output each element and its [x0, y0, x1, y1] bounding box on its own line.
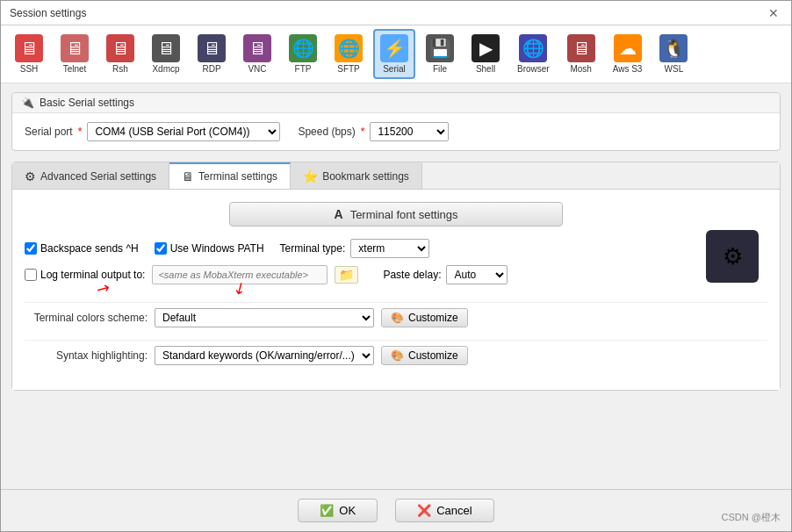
speed-group: Speed (bps) * 96001920038400576001152002… [298, 122, 449, 141]
checkbox-row-1: Backspace sends ^H Use Windows PATH Term… [25, 239, 767, 258]
log-output-checkbox-label[interactable]: Log terminal output to: [25, 269, 145, 281]
browser-label: Browser [517, 64, 550, 74]
file-label: File [433, 64, 447, 74]
paste-delay-group: Paste delay: AutoNoneShortMediumLong [383, 265, 508, 284]
font-icon: A [335, 207, 343, 221]
rdp-icon: 🖥 [198, 34, 226, 62]
tab-content: A Terminal font settings Backspace sends… [12, 190, 780, 390]
toolbar-item-sftp[interactable]: 🌐 SFTP [328, 29, 370, 79]
cancel-icon: ❌ [417, 504, 431, 517]
folder-button[interactable]: 📁 [335, 266, 358, 284]
basic-serial-body: Serial port * COM4 (USB Serial Port (COM… [12, 113, 780, 150]
tabs-section: ⚙Advanced Serial settings🖥Terminal setti… [11, 162, 781, 391]
awss3-label: Aws S3 [613, 64, 643, 74]
colors-scheme-select[interactable]: DefaultDarkLightSolarized [155, 308, 374, 327]
awss3-icon: ☁ [614, 34, 642, 62]
windows-path-checkbox[interactable] [155, 242, 167, 255]
sftp-icon: 🌐 [335, 34, 363, 62]
basic-serial-icon: 🔌 [21, 97, 34, 109]
windows-path-checkbox-label[interactable]: Use Windows PATH [155, 242, 264, 255]
gear-box: ⚙ [706, 230, 759, 283]
sftp-label: SFTP [337, 64, 360, 74]
bottom-bar: ✅ OK ❌ Cancel [1, 489, 791, 531]
tab-advanced[interactable]: ⚙Advanced Serial settings [12, 162, 169, 189]
customize-button-1[interactable]: 🎨 Customize [381, 308, 468, 327]
toolbar-item-wsl[interactable]: 🐧 WSL [652, 29, 695, 79]
speed-select[interactable]: 9600192003840057600115200230400 [370, 122, 449, 141]
basic-serial-box: 🔌 Basic Serial settings Serial port * CO… [11, 92, 781, 151]
syntax-label: Syntax highlighting: [25, 349, 148, 362]
backspace-checkbox-label[interactable]: Backspace sends ^H [25, 242, 139, 255]
toolbar-item-file[interactable]: 💾 File [419, 29, 461, 79]
toolbar-item-serial[interactable]: ⚡ Serial [373, 29, 415, 79]
speed-label: Speed (bps) [298, 126, 355, 138]
terminal-type-group: Terminal type: xtermvt100vt220linuxrxvt [280, 239, 430, 258]
toolbar-item-awss3[interactable]: ☁ Aws S3 [606, 29, 650, 79]
customize-label-2: Customize [408, 349, 458, 362]
file-icon: 💾 [426, 34, 454, 62]
xdmcp-icon: 🖥 [152, 34, 180, 62]
bookmark-tab-label: Bookmark settings [322, 170, 409, 183]
serial-port-label: Serial port [25, 126, 73, 138]
ftp-icon: 🌐 [289, 34, 317, 62]
backspace-checkbox[interactable] [25, 242, 37, 255]
serial-port-select[interactable]: COM4 (USB Serial Port (COM4))COM1COM2COM… [87, 122, 280, 141]
toolbar-item-mosh[interactable]: 🖥 Mosh [560, 29, 602, 79]
toolbar-item-ftp[interactable]: 🌐 FTP [282, 29, 324, 79]
toolbar-item-rsh[interactable]: 🖥 Rsh [99, 29, 141, 79]
session-settings-window: Session settings ✕ 🖥 SSH 🖥 Telnet 🖥 Rsh … [0, 0, 792, 532]
main-content: 🔌 Basic Serial settings Serial port * CO… [1, 83, 791, 489]
toolbar-item-vnc[interactable]: 🖥 VNC [236, 29, 278, 79]
ftp-label: FTP [295, 64, 312, 74]
cancel-button[interactable]: ❌ Cancel [395, 499, 493, 522]
tab-terminal[interactable]: 🖥Terminal settings [169, 162, 291, 189]
customize-label-1: Customize [408, 312, 458, 324]
toolbar-item-shell[interactable]: ▶ Shell [464, 29, 507, 79]
mosh-icon: 🖥 [567, 34, 595, 62]
icon-toolbar: 🖥 SSH 🖥 Telnet 🖥 Rsh 🖥 Xdmcp 🖥 RDP 🖥 VNC… [1, 25, 791, 83]
serial-port-star: * [78, 126, 83, 138]
ok-label: OK [339, 504, 356, 517]
customize-icon-1: 🎨 [391, 312, 404, 324]
toolbar-item-rdp[interactable]: 🖥 RDP [191, 29, 233, 79]
gear-icon: ⚙ [723, 243, 743, 270]
colors-scheme-label: Terminal colors scheme: [25, 312, 148, 324]
serial-label: Serial [383, 64, 406, 74]
wsl-icon: 🐧 [659, 34, 688, 62]
log-output-checkbox[interactable] [25, 269, 37, 281]
vnc-icon: 🖥 [243, 34, 271, 62]
terminal-type-select[interactable]: xtermvt100vt220linuxrxvt [350, 239, 429, 258]
close-button[interactable]: ✕ [765, 6, 782, 20]
backspace-label: Backspace sends ^H [40, 242, 139, 255]
colors-scheme-row: Terminal colors scheme: DefaultDarkLight… [25, 302, 767, 333]
basic-serial-header: 🔌 Basic Serial settings [12, 93, 780, 113]
terminal-tab-label: Terminal settings [198, 170, 277, 183]
advanced-tab-label: Advanced Serial settings [40, 170, 156, 183]
advanced-tab-icon: ⚙ [25, 169, 36, 183]
font-settings-button[interactable]: A Terminal font settings [229, 202, 563, 226]
syntax-select[interactable]: Standard keywords (OK/warning/error/...)… [155, 346, 374, 365]
font-settings-label: Terminal font settings [350, 208, 458, 221]
bookmark-tab-icon: ⭐ [303, 169, 318, 183]
toolbar-item-ssh[interactable]: 🖥 SSH [8, 29, 50, 79]
shell-label: Shell [476, 64, 495, 74]
customize-button-2[interactable]: 🎨 Customize [381, 346, 468, 365]
tab-bookmark[interactable]: ⭐Bookmark settings [291, 162, 422, 189]
ok-button[interactable]: ✅ OK [298, 499, 378, 522]
terminal-tab-icon: 🖥 [182, 169, 194, 183]
toolbar-item-xdmcp[interactable]: 🖥 Xdmcp [145, 29, 187, 79]
font-settings-btn-container: A Terminal font settings [25, 202, 767, 226]
paste-delay-label: Paste delay: [383, 269, 441, 281]
paste-delay-select[interactable]: AutoNoneShortMediumLong [446, 265, 508, 284]
rsh-icon: 🖥 [106, 34, 134, 62]
customize-icon-2: 🎨 [391, 349, 404, 362]
ssh-icon: 🖥 [15, 34, 43, 62]
serial-icon: ⚡ [380, 34, 408, 62]
terminal-type-label: Terminal type: [280, 242, 346, 255]
toolbar-item-browser[interactable]: 🌐 Browser [510, 29, 557, 79]
wsl-label: WSL [665, 64, 684, 74]
cancel-label: Cancel [436, 504, 472, 517]
speed-star: * [361, 126, 365, 138]
toolbar-item-telnet[interactable]: 🖥 Telnet [54, 29, 96, 79]
ok-icon: ✅ [320, 504, 334, 517]
